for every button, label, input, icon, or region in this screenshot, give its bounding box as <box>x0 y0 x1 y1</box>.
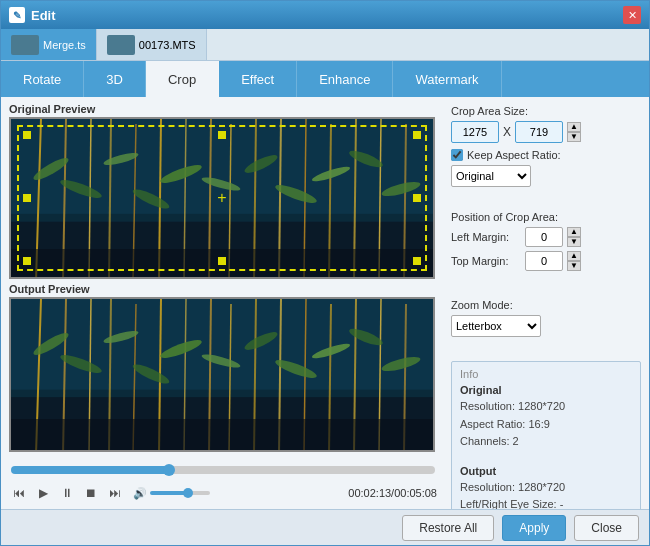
info-output-resolution: Resolution: 1280*720 <box>460 479 632 497</box>
info-output-title: Output <box>460 465 632 477</box>
info-original-channels: Channels: 2 <box>460 433 632 451</box>
seek-slider[interactable] <box>11 466 435 474</box>
tab-rotate[interactable]: Rotate <box>1 61 84 97</box>
file-tab-merge[interactable]: Merge.ts <box>1 29 97 60</box>
playback-bar: ⏮ ▶ ⏸ ⏹ ⏭ 🔊 00:02:13/00:05:08 <box>9 461 437 503</box>
restore-all-button[interactable]: Restore All <box>402 515 494 541</box>
height-up-button[interactable]: ▲ <box>567 122 581 132</box>
keep-aspect-checkbox[interactable] <box>451 149 463 161</box>
original-preview-label: Original Preview <box>9 103 437 115</box>
time-display: 00:02:13/00:05:08 <box>348 487 437 499</box>
svg-rect-1 <box>11 119 433 214</box>
file-thumb-merge <box>11 35 39 55</box>
info-original-resolution: Resolution: 1280*720 <box>460 398 632 416</box>
crop-width-input[interactable] <box>451 121 499 143</box>
crop-size-section: Crop Area Size: X ▲ ▼ Keep Aspect Ratio:… <box>451 105 641 187</box>
left-margin-down[interactable]: ▼ <box>567 237 581 247</box>
file-thumb-00173 <box>107 35 135 55</box>
top-margin-row: Top Margin: ▲ ▼ <box>451 251 641 271</box>
info-header: Info <box>460 368 632 380</box>
tab-crop[interactable]: Crop <box>146 61 219 97</box>
title-bar: ✎ Edit ✕ <box>1 1 649 29</box>
file-tab-00173-label: 00173.MTS <box>139 39 196 51</box>
volume-icon: 🔊 <box>133 487 147 500</box>
app-icon: ✎ <box>9 7 25 23</box>
tab-enhance[interactable]: Enhance <box>297 61 393 97</box>
toolbar-tabs: Rotate 3D Crop Effect Enhance Watermark <box>1 61 649 97</box>
original-preview-section: Original Preview <box>9 103 437 279</box>
file-tab-00173[interactable]: 00173.MTS <box>97 29 207 60</box>
top-margin-input[interactable] <box>525 251 563 271</box>
volume-area: 🔊 <box>133 487 210 500</box>
crop-height-input[interactable] <box>515 121 563 143</box>
info-original-title: Original <box>460 384 632 396</box>
skip-back-button[interactable]: ⏮ <box>9 483 29 503</box>
top-margin-up[interactable]: ▲ <box>567 251 581 261</box>
tab-3d[interactable]: 3D <box>84 61 146 97</box>
position-label: Position of Crop Area: <box>451 211 641 223</box>
main-content: Original Preview <box>1 97 649 509</box>
top-margin-spinner: ▲ ▼ <box>567 251 581 271</box>
keep-aspect-row: Keep Aspect Ratio: <box>451 149 641 161</box>
crop-size-label: Crop Area Size: <box>451 105 641 117</box>
volume-slider[interactable] <box>150 491 210 495</box>
zoom-select[interactable]: Letterbox Pan & Scan Full <box>451 315 541 337</box>
left-margin-input[interactable] <box>525 227 563 247</box>
info-section: Info Original Resolution: 1280*720 Aspec… <box>451 361 641 509</box>
zoom-section: Zoom Mode: Letterbox Pan & Scan Full <box>451 299 641 337</box>
original-video-frame: + <box>11 119 433 277</box>
svg-rect-32 <box>11 299 433 390</box>
top-margin-down[interactable]: ▼ <box>567 261 581 271</box>
close-button-bottom[interactable]: Close <box>574 515 639 541</box>
original-preview-video: + <box>9 117 435 279</box>
tab-watermark[interactable]: Watermark <box>393 61 501 97</box>
play-button[interactable]: ▶ <box>33 483 53 503</box>
x-separator: X <box>503 125 511 139</box>
file-tabs: Merge.ts 00173.MTS <box>1 29 649 61</box>
side-panel: Crop Area Size: X ▲ ▼ Keep Aspect Ratio:… <box>443 97 649 509</box>
stop-button[interactable]: ⏹ <box>81 483 101 503</box>
keep-aspect-label: Keep Aspect Ratio: <box>467 149 561 161</box>
left-margin-label: Left Margin: <box>451 231 521 243</box>
playback-controls: ⏮ ▶ ⏸ ⏹ ⏭ 🔊 00:02:13/00:05:08 <box>9 483 437 503</box>
seek-slider-wrap <box>9 461 437 479</box>
edit-window: ✎ Edit ✕ Merge.ts 00173.MTS Rotate 3D Cr… <box>0 0 650 546</box>
position-section: Position of Crop Area: Left Margin: ▲ ▼ … <box>451 211 641 275</box>
top-margin-label: Top Margin: <box>451 255 521 267</box>
skip-forward-button[interactable]: ⏭ <box>105 483 125 503</box>
left-margin-up[interactable]: ▲ <box>567 227 581 237</box>
height-down-button[interactable]: ▼ <box>567 132 581 142</box>
left-margin-spinner: ▲ ▼ <box>567 227 581 247</box>
output-preview-label: Output Preview <box>9 283 437 295</box>
apply-button[interactable]: Apply <box>502 515 566 541</box>
output-preview-video <box>9 297 435 452</box>
aspect-select[interactable]: Original 16:9 4:3 1:1 <box>451 165 531 187</box>
file-tab-merge-label: Merge.ts <box>43 39 86 51</box>
info-output-eye-size: Left/Right Eye Size: - <box>460 496 632 509</box>
left-margin-row: Left Margin: ▲ ▼ <box>451 227 641 247</box>
tab-effect[interactable]: Effect <box>219 61 297 97</box>
height-spinner: ▲ ▼ <box>567 122 581 142</box>
zoom-label: Zoom Mode: <box>451 299 641 311</box>
crop-size-inputs: X ▲ ▼ <box>451 121 641 143</box>
pause-button[interactable]: ⏸ <box>57 483 77 503</box>
video-content-svg <box>11 119 433 277</box>
svg-rect-30 <box>11 249 433 277</box>
close-button[interactable]: ✕ <box>623 6 641 24</box>
output-preview-section: Output Preview <box>9 283 437 453</box>
output-video-content <box>11 299 433 450</box>
bottom-bar: Restore All Apply Close <box>1 509 649 545</box>
window-title: Edit <box>31 8 623 23</box>
info-original-aspect: Aspect Ratio: 16:9 <box>460 416 632 434</box>
svg-rect-61 <box>11 419 433 450</box>
preview-area: Original Preview <box>1 97 443 509</box>
